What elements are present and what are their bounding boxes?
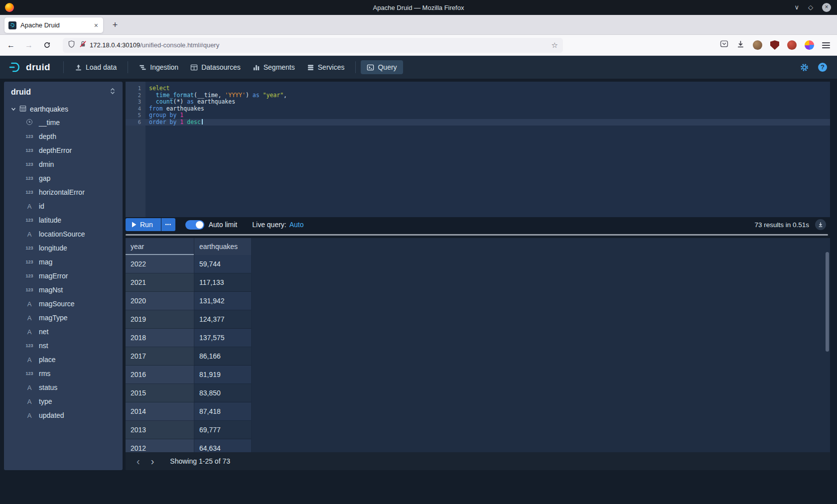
column-name: magNst [39,286,63,294]
sidebar-column-magType[interactable]: AmagType [4,311,123,325]
help-icon[interactable]: ? [818,63,827,72]
extension-icon[interactable] [787,40,797,50]
table-row[interactable]: 2019124,377 [126,310,830,329]
editor-line[interactable]: 4from earthquakes [126,106,830,113]
insecure-lock-icon[interactable] [79,40,87,50]
sidebar-column-dmin[interactable]: 123dmin [4,157,123,171]
next-page-icon[interactable]: › [147,456,158,467]
number-type-icon: 123 [24,273,35,278]
sidebar-column-longitude[interactable]: 123longitude [4,241,123,255]
string-type-icon: A [24,300,35,308]
sidebar-column-id[interactable]: Aid [4,199,123,213]
run-label: Run [140,221,153,229]
pinwheel-extension-icon[interactable] [805,40,814,50]
sidebar-column-gap[interactable]: 123gap [4,171,123,185]
sidebar-column-__time[interactable]: __time [4,116,123,129]
sidebar-column-depth[interactable]: 123depth [4,129,123,143]
window-minimize-icon[interactable]: ∨ [794,0,799,15]
previous-page-icon[interactable]: ‹ [133,456,144,467]
forward-button[interactable]: → [22,38,36,52]
table-row[interactable]: 202259,744 [126,255,830,273]
run-button[interactable]: Run [126,218,161,231]
sidebar-column-magError[interactable]: 123magError [4,269,123,283]
table-row[interactable]: 2021117,133 [126,273,830,292]
editor-line[interactable]: 3 count(*) as earthquakes [126,99,830,106]
datasource-earthquakes[interactable]: earthquakes [4,103,123,116]
sidebar-column-rms[interactable]: 123rms [4,367,123,380]
bookmark-star-icon[interactable]: ☆ [552,41,558,50]
table-row[interactable]: 201681,919 [126,366,830,384]
auto-limit-toggle[interactable] [185,220,204,230]
download-results-icon[interactable] [815,219,826,230]
sidebar-column-status[interactable]: Astatus [4,380,123,394]
table-row[interactable]: 2020131,942 [126,292,830,310]
editor-line[interactable]: 6order by 1 desc [126,119,830,126]
column-name: horizontalError [39,188,85,196]
tab-close-icon[interactable]: × [93,21,99,29]
settings-gear-icon[interactable] [800,63,809,72]
reload-button[interactable] [40,38,54,52]
editor-line[interactable]: 1select [126,85,830,92]
table-row[interactable]: 201583,850 [126,384,830,402]
nav-ingestion[interactable]: Ingestion [133,60,184,74]
cell-earthquakes: 131,942 [194,292,252,310]
sidebar-column-depthError[interactable]: 123depthError [4,143,123,157]
vertical-scrollbar[interactable] [826,252,829,352]
account-avatar-icon[interactable] [753,40,762,50]
column-header-year[interactable]: year [126,238,194,255]
nav-datasources[interactable]: Datasources [184,60,247,74]
sidebar-column-type[interactable]: Atype [4,394,123,408]
druid-logo[interactable]: druid [0,61,58,74]
editor-line[interactable]: 2 time_format(__time, 'YYYY') as "year", [126,92,830,99]
new-tab-button[interactable]: + [109,19,122,32]
line-number: 6 [126,119,145,126]
sidebar-column-locationSource[interactable]: AlocationSource [4,227,123,241]
firefox-icon [5,3,14,12]
menu-icon[interactable] [822,42,830,48]
sidebar-column-latitude[interactable]: 123latitude [4,213,123,227]
nav-segments[interactable]: Segments [247,60,301,74]
sidebar-column-net[interactable]: Anet [4,325,123,339]
back-button[interactable]: ← [4,38,18,52]
live-query-value[interactable]: Auto [289,221,304,229]
window-titlebar: Apache Druid — Mozilla Firefox ∨ ◇ × [0,0,837,15]
sidebar-column-horizontalError[interactable]: 123horizontalError [4,185,123,199]
window-maximize-icon[interactable]: ◇ [808,0,813,15]
sidebar-column-place[interactable]: Aplace [4,353,123,367]
number-type-icon: 123 [24,134,35,139]
table-row[interactable]: 201264,634 [126,439,830,452]
chevron-down-icon[interactable] [11,105,16,113]
ublock-extension-icon[interactable] [770,40,779,50]
table-row[interactable]: 201786,166 [126,347,830,366]
nav-query[interactable]: Query [361,60,403,74]
nav-load-data[interactable]: Load data [69,60,123,74]
results-header: yearearthquakes [126,238,830,255]
sidebar-column-magSource[interactable]: AmagSource [4,297,123,311]
run-more-button[interactable]: ••• [161,218,175,231]
window-close-icon[interactable]: × [822,3,831,12]
tab-bar: Apache Druid × + [0,15,837,35]
tracking-shield-icon[interactable] [68,40,75,50]
editor-line[interactable]: 5group by 1 [126,112,830,119]
table-row[interactable]: 201487,418 [126,402,830,421]
sort-double-caret-icon[interactable] [110,88,116,97]
sidebar-column-mag[interactable]: 123mag [4,255,123,269]
string-type-icon: A [24,412,35,419]
nav-services[interactable]: Services [301,60,351,74]
line-number: 5 [126,112,145,119]
sidebar-column-nst[interactable]: 123nst [4,339,123,353]
sidebar-column-magNst[interactable]: 123magNst [4,283,123,297]
downloads-icon[interactable] [736,40,745,50]
column-header-earthquakes[interactable]: earthquakes [194,238,252,255]
table-row[interactable]: 201369,777 [126,421,830,439]
sidebar-column-updated[interactable]: Aupdated [4,408,123,422]
query-editor[interactable]: 1select2 time_format(__time, 'YYYY') as … [126,82,830,217]
browser-tab[interactable]: Apache Druid × [4,17,104,33]
pocket-icon[interactable] [720,40,728,50]
table-row[interactable]: 2018137,575 [126,329,830,347]
pagination-bar: ‹ › Showing 1-25 of 73 [126,452,830,470]
horizontal-scrollbar[interactable] [126,234,828,236]
divider [63,61,64,73]
url-input[interactable]: 172.18.0.4:30109/unified-console.html#qu… [63,38,563,53]
nav-label: Load data [86,63,117,71]
